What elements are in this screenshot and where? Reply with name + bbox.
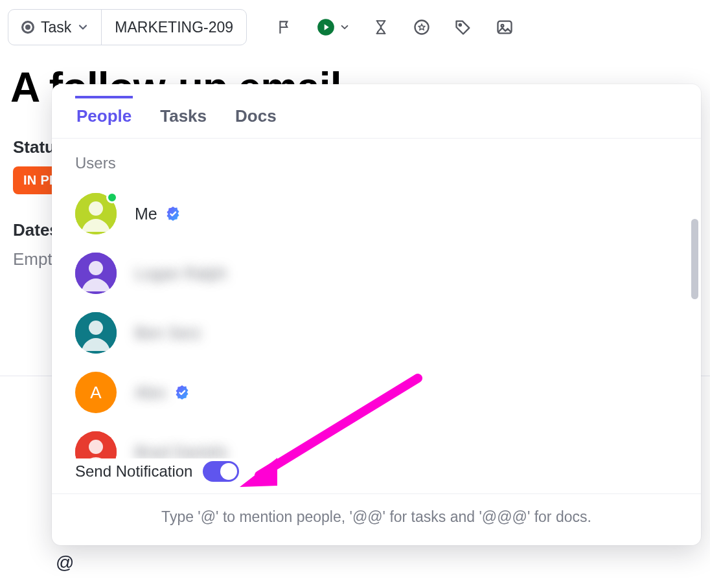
- avatar: [75, 312, 117, 354]
- comment-input-text[interactable]: @: [0, 552, 710, 573]
- task-toolbar: Task MARKETING-209: [0, 0, 710, 45]
- scrollbar-thumb[interactable]: [691, 219, 698, 299]
- svg-point-10: [89, 321, 103, 335]
- flag-icon: [277, 19, 293, 36]
- avatar: [75, 431, 117, 458]
- image-button[interactable]: [496, 18, 514, 36]
- star-badge-icon: [413, 18, 431, 36]
- play-icon: [317, 18, 335, 36]
- flag-button[interactable]: [277, 19, 293, 36]
- user-row[interactable]: AAlex: [75, 363, 678, 422]
- svg-point-2: [459, 24, 461, 26]
- avatar: [75, 193, 117, 234]
- popover-tabs: People Tasks Docs: [52, 84, 701, 139]
- toggle-knob: [220, 463, 237, 480]
- send-notification-toggle[interactable]: [203, 461, 239, 482]
- user-name: Brad Daniels: [135, 443, 227, 459]
- chevron-down-icon: [78, 22, 88, 32]
- send-notification-row: Send Notification: [52, 458, 701, 493]
- image-icon: [496, 18, 514, 36]
- user-name: Ben Serz: [135, 324, 201, 343]
- svg-point-12: [89, 440, 103, 454]
- user-name: Logan Ralph: [135, 264, 227, 283]
- task-type-label: Task: [41, 19, 71, 36]
- user-row[interactable]: Logan Ralph: [75, 243, 678, 303]
- svg-point-8: [89, 261, 103, 275]
- avatar: A: [75, 372, 117, 413]
- user-row[interactable]: Brad Daniels: [75, 422, 678, 458]
- tag-button[interactable]: [454, 18, 472, 36]
- time-button[interactable]: [372, 19, 389, 36]
- toolbar-icons: [277, 18, 514, 36]
- task-id-selector: Task MARKETING-209: [8, 9, 247, 45]
- user-list: Users MeLogan RalphBen SerzAAlexBrad Dan…: [52, 139, 701, 458]
- svg-point-4: [501, 25, 504, 27]
- chevron-down-icon: [340, 23, 349, 32]
- user-row[interactable]: Ben Serz: [75, 303, 678, 363]
- tag-icon: [454, 18, 472, 36]
- user-name-text: Me: [135, 205, 157, 223]
- task-id-value: MARKETING-209: [115, 19, 233, 36]
- verified-badge-icon: [174, 385, 190, 400]
- task-type-dropdown[interactable]: Task: [8, 10, 102, 45]
- tab-tasks[interactable]: Tasks: [159, 96, 208, 138]
- avatar: [75, 253, 117, 294]
- task-id[interactable]: MARKETING-209: [102, 10, 246, 45]
- tab-people[interactable]: People: [75, 96, 133, 138]
- user-name: Me: [135, 205, 181, 223]
- user-name-text: Brad Daniels: [135, 443, 227, 459]
- user-name-text: Ben Serz: [135, 324, 201, 343]
- users-section-label: Users: [75, 154, 678, 172]
- verified-badge-icon: [165, 206, 181, 221]
- svg-point-1: [415, 21, 429, 34]
- hourglass-icon: [372, 19, 389, 36]
- mention-popover: People Tasks Docs Users MeLogan RalphBen…: [52, 84, 701, 545]
- user-name-text: Alex: [135, 383, 166, 402]
- svg-point-6: [89, 201, 103, 216]
- tab-docs[interactable]: Docs: [234, 96, 278, 138]
- play-button[interactable]: [317, 18, 349, 36]
- user-name: Alex: [135, 383, 190, 402]
- presence-indicator: [106, 192, 118, 203]
- user-name-text: Logan Ralph: [135, 264, 227, 283]
- record-icon: [21, 21, 34, 34]
- user-row[interactable]: Me: [75, 184, 678, 243]
- send-notification-label: Send Notification: [75, 462, 192, 481]
- priority-button[interactable]: [413, 18, 431, 36]
- mention-hint: Type '@' to mention people, '@@' for tas…: [52, 493, 701, 545]
